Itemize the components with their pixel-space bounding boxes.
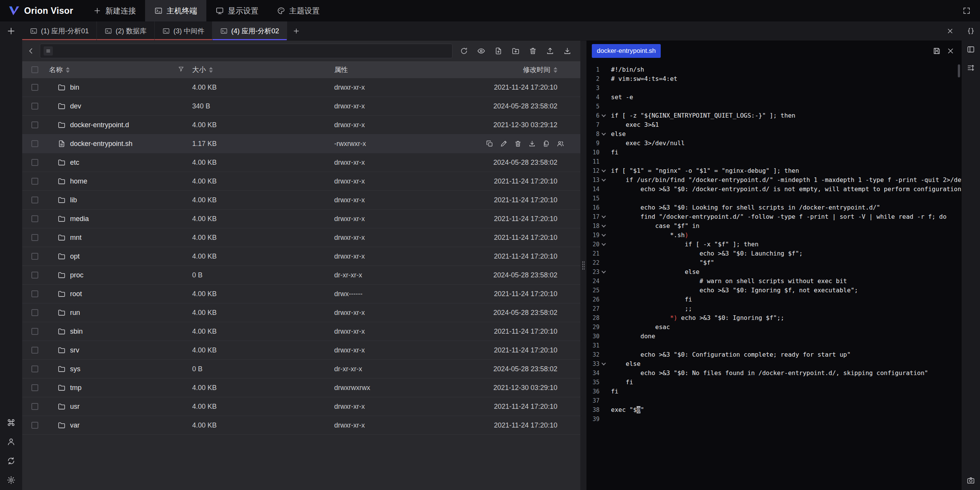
code-line[interactable] bbox=[611, 194, 962, 203]
fold-chevron-icon[interactable] bbox=[599, 166, 608, 175]
editor-close-button[interactable] bbox=[946, 47, 955, 55]
code-line[interactable]: echo >&3 "$0: Configuration complete; re… bbox=[611, 350, 962, 359]
code-line[interactable]: fi bbox=[611, 295, 962, 304]
row-checkbox[interactable] bbox=[31, 215, 38, 222]
command-button[interactable] bbox=[7, 418, 16, 427]
file-row[interactable]: dev340 Bdrwxr-xr-x2024-05-28 23:58:02 bbox=[22, 97, 580, 116]
row-checkbox[interactable] bbox=[31, 309, 38, 316]
file-row[interactable]: run4.00 KBdrwxr-xr-x2024-05-28 23:58:02 bbox=[22, 303, 580, 322]
code-line[interactable] bbox=[611, 341, 962, 350]
code-line[interactable]: ;; bbox=[611, 304, 962, 313]
code-line[interactable]: # warn on shell scripts without exec bit bbox=[611, 277, 962, 286]
code-line[interactable]: exec 3>/dev/null bbox=[611, 139, 962, 148]
row-checkbox[interactable] bbox=[31, 197, 38, 203]
code-line[interactable]: if /usr/bin/find "/docker-entrypoint.d/"… bbox=[611, 175, 962, 185]
file-row[interactable]: srv4.00 KBdrwxr-xr-x2021-11-24 17:20:10 bbox=[22, 341, 580, 360]
code-line[interactable]: # vim:sw=4:ts=4:et bbox=[611, 74, 962, 84]
code-line[interactable]: if [ -x "$f" ]; then bbox=[611, 240, 962, 249]
code-line[interactable] bbox=[611, 102, 962, 111]
code-line[interactable]: else bbox=[611, 129, 962, 139]
code-line[interactable]: find "/docker-entrypoint.d/" -follow -ty… bbox=[611, 212, 962, 221]
code-line[interactable]: exec "$@" bbox=[611, 405, 962, 415]
file-row[interactable]: sbin4.00 KBdrwxr-xr-x2021-11-24 17:20:10 bbox=[22, 322, 580, 341]
sort-icon[interactable] bbox=[66, 67, 70, 73]
code-line[interactable]: echo >&3 "$0: No files found in /docker-… bbox=[611, 369, 962, 378]
file-row[interactable]: docker-entrypoint.sh1.17 KB-rwxrwxr-x bbox=[22, 134, 580, 153]
fold-chevron-icon[interactable] bbox=[599, 231, 608, 240]
terminal-tab[interactable]: (1) 应用-分析01 bbox=[22, 21, 97, 40]
plus-button[interactable] bbox=[6, 26, 16, 36]
code-line[interactable] bbox=[611, 396, 962, 405]
path-input[interactable] bbox=[56, 47, 449, 55]
row-checkbox[interactable] bbox=[31, 253, 38, 260]
file-row[interactable]: root4.00 KBdrwx------2021-11-24 17:20:10 bbox=[22, 285, 580, 303]
code-line[interactable]: if [ -z "${NGINX_ENTRYPOINT_QUIET_LOGS:-… bbox=[611, 111, 962, 120]
row-checkbox[interactable] bbox=[31, 103, 38, 110]
code-line[interactable] bbox=[611, 157, 962, 166]
file-row[interactable]: lib4.00 KBdrwxr-xr-x2021-11-24 17:20:10 bbox=[22, 191, 580, 210]
code-line[interactable]: fi bbox=[611, 148, 962, 157]
code-line[interactable]: case "$f" in bbox=[611, 221, 962, 231]
sort-icon[interactable] bbox=[554, 67, 557, 73]
fold-chevron-icon[interactable] bbox=[599, 175, 608, 185]
fold-chevron-icon[interactable] bbox=[599, 267, 608, 277]
path-list-button[interactable] bbox=[44, 46, 53, 56]
code-line[interactable] bbox=[611, 84, 962, 93]
row-edit-button[interactable] bbox=[500, 140, 508, 147]
file-row[interactable]: sys0 Bdr-xr-xr-x2024-05-28 23:58:02 bbox=[22, 360, 580, 379]
row-checkbox[interactable] bbox=[31, 290, 38, 297]
save-button[interactable] bbox=[933, 47, 941, 55]
row-checkbox[interactable] bbox=[31, 234, 38, 241]
editor-code[interactable]: #!/bin/sh# vim:sw=4:ts=4:etset -eif [ -z… bbox=[608, 61, 962, 490]
fullscreen-button[interactable] bbox=[962, 7, 971, 15]
terminal-tab[interactable]: (2) 数据库 bbox=[97, 21, 155, 40]
code-line[interactable]: *.sh) bbox=[611, 231, 962, 240]
code-line[interactable]: if [ "$1" = "nginx" -o "$1" = "nginx-deb… bbox=[611, 166, 962, 175]
code-line[interactable]: else bbox=[611, 359, 962, 369]
layout-button[interactable] bbox=[967, 45, 975, 54]
code-line[interactable]: fi bbox=[611, 378, 962, 387]
tabbar-close-button[interactable] bbox=[946, 21, 954, 40]
file-row[interactable]: usr4.00 KBdrwxr-xr-x2021-11-24 17:20:10 bbox=[22, 397, 580, 416]
refresh-button[interactable] bbox=[457, 44, 471, 58]
row-checkbox[interactable] bbox=[31, 84, 38, 91]
nav-item-display[interactable]: 显示设置 bbox=[206, 0, 268, 21]
fold-chevron-icon[interactable] bbox=[599, 212, 608, 221]
tab-add-button[interactable] bbox=[287, 21, 305, 40]
code-line[interactable] bbox=[611, 415, 962, 424]
row-duplicate-button[interactable] bbox=[542, 140, 550, 147]
code-line[interactable]: exec 3>&1 bbox=[611, 120, 962, 129]
editor-file-tab[interactable]: docker-entrypoint.sh bbox=[592, 44, 661, 58]
row-checkbox[interactable] bbox=[31, 365, 38, 372]
code-line[interactable]: esac bbox=[611, 323, 962, 332]
fold-chevron-icon[interactable] bbox=[599, 359, 608, 369]
row-checkbox[interactable] bbox=[31, 121, 38, 128]
file-row[interactable]: home4.00 KBdrwxr-xr-x2021-11-24 17:20:10 bbox=[22, 172, 580, 191]
fold-chevron-icon[interactable] bbox=[599, 221, 608, 231]
file-row[interactable]: docker-entrypoint.d4.00 KBdrwxr-xr-x2021… bbox=[22, 116, 580, 134]
user-button[interactable] bbox=[7, 437, 16, 446]
file-row[interactable]: opt4.00 KBdrwxr-xr-x2021-11-24 17:20:10 bbox=[22, 247, 580, 266]
panel-splitter[interactable] bbox=[580, 41, 586, 490]
nav-item-plus[interactable]: 新建连接 bbox=[84, 0, 145, 21]
row-checkbox[interactable] bbox=[31, 403, 38, 410]
terminal-tab[interactable]: (4) 应用-分析02 bbox=[212, 21, 287, 40]
fold-chevron-icon[interactable] bbox=[599, 111, 608, 120]
filter-button[interactable] bbox=[178, 66, 185, 74]
code-line[interactable]: echo >&3 "$0: Looking for shell scripts … bbox=[611, 203, 962, 212]
file-row[interactable]: var4.00 KBdrwxr-xr-x2021-11-24 17:20:10 bbox=[22, 416, 580, 435]
editor-scrollbar[interactable] bbox=[958, 64, 961, 487]
back-button[interactable] bbox=[27, 47, 35, 55]
settings-button[interactable] bbox=[7, 475, 16, 485]
file-row[interactable]: mnt4.00 KBdrwxr-xr-x2021-11-24 17:20:10 bbox=[22, 228, 580, 247]
file-row[interactable]: etc4.00 KBdrwxr-xr-x2024-05-28 23:58:02 bbox=[22, 153, 580, 172]
file-row[interactable]: media4.00 KBdrwxr-xr-x2021-11-24 17:20:1… bbox=[22, 210, 580, 228]
file-row[interactable]: tmp4.00 KBdrwxrwxrwx2021-12-30 03:29:10 bbox=[22, 379, 580, 397]
row-checkbox[interactable] bbox=[31, 272, 38, 279]
code-line[interactable]: echo >&3 "$0: Launching $f"; bbox=[611, 249, 962, 258]
file-row[interactable]: bin4.00 KBdrwxr-xr-x2021-11-24 17:20:10 bbox=[22, 78, 580, 97]
code-line[interactable]: else bbox=[611, 267, 962, 277]
app-logo[interactable]: Orion Visor bbox=[0, 0, 84, 21]
row-checkbox[interactable] bbox=[31, 178, 38, 185]
new-file-button[interactable] bbox=[492, 44, 505, 58]
